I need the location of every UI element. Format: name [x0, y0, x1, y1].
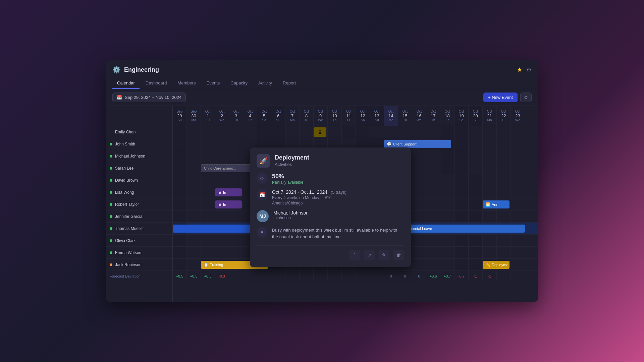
- grid-cell: [187, 126, 201, 138]
- external-link-button[interactable]: ↗: [364, 250, 375, 260]
- grid-cell: [229, 174, 243, 186]
- forecast-cell: +0.5: [187, 271, 201, 281]
- note-icon: ≡: [257, 227, 267, 238]
- grid-cell: [497, 235, 511, 246]
- grid-cell: [469, 247, 483, 258]
- grid-cell: [257, 126, 271, 138]
- grid-cell: [454, 259, 469, 270]
- grid-cell: [173, 247, 187, 258]
- internal-event2[interactable]: 🖥 In: [215, 200, 242, 208]
- grid-cell: [201, 186, 215, 198]
- delete-button[interactable]: 🗑: [393, 250, 404, 260]
- client-support-event[interactable]: 💬 Client Support: [384, 140, 451, 148]
- grid-cell: [497, 138, 511, 150]
- new-event-button[interactable]: + New Event: [483, 93, 518, 102]
- grid-cell: [440, 174, 454, 186]
- grid-cell: [483, 162, 497, 174]
- header-actions: ★ ⚙: [517, 66, 532, 73]
- grid-cell: [173, 198, 187, 210]
- grid-cell: [454, 174, 469, 186]
- popup-event-icon: 🚀: [257, 154, 270, 168]
- annual-leave-event[interactable]: 🌅 Ann: [483, 200, 509, 208]
- date-col: Oct10Th: [328, 106, 342, 126]
- grid-cell: [342, 126, 356, 138]
- grid-cell: [440, 259, 454, 270]
- tab-calendar[interactable]: Calendar: [112, 78, 140, 89]
- pencil-icon: ✏️: [485, 262, 490, 267]
- grid-cell: [173, 259, 187, 270]
- star-icon[interactable]: ★: [517, 66, 522, 73]
- grid-cell: [229, 210, 243, 222]
- deployment-popup: 🚀 Deployment Activities ⊙ 50% Partially …: [250, 147, 411, 267]
- forecast-cell: [511, 271, 525, 281]
- grid-cell: [426, 174, 440, 186]
- tab-report[interactable]: Report: [278, 78, 301, 89]
- deployment-jack[interactable]: ✏️ Deployme: [483, 261, 509, 269]
- tab-dashboard[interactable]: Dashboard: [141, 78, 172, 89]
- date-col: Oct5Sa: [257, 106, 271, 126]
- forecast-cell: [257, 271, 271, 281]
- grid-cell: [426, 162, 440, 174]
- grid-cell: [173, 150, 187, 162]
- date-col: Oct12Sa: [356, 106, 370, 126]
- expand-button[interactable]: ˅: [349, 250, 360, 260]
- grid-cell: [173, 162, 187, 174]
- internal-event[interactable]: 🖥 In: [215, 188, 242, 196]
- date-col: Oct19Sa: [454, 106, 469, 126]
- parental-leave-event[interactable]: 😊 Parental Leave: [398, 225, 525, 233]
- schedule-icon: 📅: [257, 189, 267, 200]
- popup-note-text: Busy with deployment this week but I'm s…: [272, 227, 404, 240]
- forecast-cell: -1: [469, 271, 483, 281]
- grid-cell: [412, 174, 426, 186]
- filter-button[interactable]: ⚙: [520, 93, 532, 102]
- grid-cell: [215, 247, 229, 258]
- tab-events[interactable]: Events: [202, 78, 225, 89]
- popup-schedule-info: Oct 7, 2024 - Oct 11, 2024 (5 days) Ever…: [272, 189, 346, 205]
- grid-cell: [497, 247, 511, 258]
- date-range-button[interactable]: 📅 Sep 29, 2024 – Nov 10, 2024: [112, 93, 186, 102]
- edit-button[interactable]: ✎: [379, 250, 389, 260]
- grid-cell: [215, 210, 229, 222]
- tab-activity[interactable]: Activity: [254, 78, 277, 89]
- grid-cell: [229, 138, 243, 150]
- grid-cell: [454, 138, 469, 150]
- grid-cell: [412, 198, 426, 210]
- status-dot: [110, 179, 112, 182]
- date-headers: Sep29Su Sep30Mo Oct1Tu Oct2We Oct3Th Oct…: [173, 106, 538, 126]
- settings-icon[interactable]: ⚙: [526, 66, 532, 73]
- grid-cell: [440, 126, 454, 138]
- date-col: Oct18Fr: [440, 106, 454, 126]
- grid-cell: [426, 126, 440, 138]
- grid-cell: [483, 210, 497, 222]
- grid-cell: [497, 150, 511, 162]
- date-col: Oct2We: [215, 106, 229, 126]
- date-col: Oct11Fr: [342, 106, 356, 126]
- forecast-cell: [285, 271, 300, 281]
- grid-cell: [187, 138, 201, 150]
- emily-event[interactable]: 🖥: [314, 127, 326, 137]
- members-column: Emily Chen John Smith Michael Johnson Sa…: [106, 106, 173, 302]
- grid-cell: [229, 150, 243, 162]
- forecast-cell: [328, 271, 342, 281]
- grid-cell: [412, 247, 426, 258]
- child-care-event[interactable]: Child Care Emerg...: [201, 164, 257, 172]
- nav-tabs: Calendar Dashboard Members Events Capaci…: [112, 78, 532, 89]
- tab-members[interactable]: Members: [173, 78, 200, 89]
- grid-cell: [440, 186, 454, 198]
- grid-cell: [201, 126, 215, 138]
- grid-cell: [440, 162, 454, 174]
- date-col: Oct23We: [511, 106, 525, 126]
- member-name: Olivia Clark: [115, 238, 136, 243]
- date-col: Oct3Th: [229, 106, 243, 126]
- list-item: Thomas Mueller: [106, 223, 172, 235]
- forecast-cell: -0.3: [215, 271, 229, 281]
- grid-cell: [412, 126, 426, 138]
- tab-capacity[interactable]: Capacity: [226, 78, 252, 89]
- date-col: Oct22Tu: [497, 106, 511, 126]
- grid-cell: [187, 186, 201, 198]
- grid-cell: [412, 186, 426, 198]
- status-dot: [110, 143, 112, 145]
- grid-cell: [187, 162, 201, 174]
- grid-cell: [426, 210, 440, 222]
- grid-cell: [384, 126, 398, 138]
